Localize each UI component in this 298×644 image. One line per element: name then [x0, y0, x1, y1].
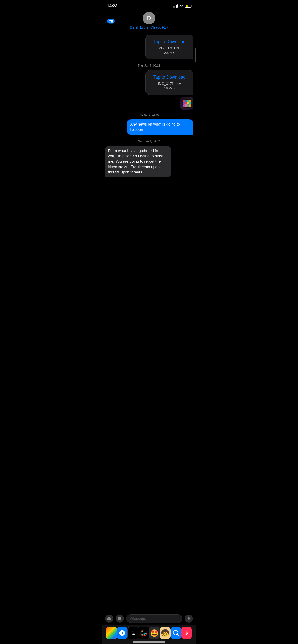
file-name: IMG_3170.PNG [151, 46, 188, 50]
photo-thumbnail-row [102, 97, 196, 110]
wifi-icon [180, 4, 184, 8]
message-text: Any news on what is going to happen [130, 122, 180, 132]
conversation-header: ‹ 78 D Derek Luther Chiado F1 › [102, 10, 196, 32]
photo-thumbnail[interactable] [181, 97, 193, 110]
message-row: Tap to Download IMG_3170.PNG 2.3 MB [102, 34, 196, 60]
back-chevron-icon: ‹ [105, 18, 106, 24]
file-size: 106MB [151, 86, 188, 91]
timestamp-divider: Thu, Jan 7, 00:13 [102, 60, 196, 70]
tap-to-download-label: Tap to Download [151, 39, 188, 45]
avatar-initial: D [147, 15, 151, 22]
messages-area: Tap to Download IMG_3170.PNG 2.3 MB Thu,… [102, 32, 196, 217]
message-row: Any news on what is going to happen [102, 119, 196, 135]
battery-icon [185, 4, 191, 8]
status-bar: 14:23 [102, 0, 196, 10]
signal-icon [173, 4, 178, 8]
chevron-right-icon: › [167, 26, 168, 29]
message-row: Tap to Download IMG_3173.mov 106MB [102, 70, 196, 95]
status-time: 14:23 [107, 4, 117, 8]
tap-to-download-label: Tap to Download [151, 74, 188, 80]
scroll-indicator [195, 48, 196, 62]
download-bubble[interactable]: Tap to Download IMG_3173.mov 106MB [145, 70, 193, 95]
incoming-bubble: From what I have gathered from you, I'm … [105, 146, 171, 178]
contact-name[interactable]: Derek Luther Chiado F1 › [130, 26, 168, 29]
timestamp-divider: Fri, Jan 8, 16:08 [102, 110, 196, 119]
outgoing-bubble: Any news on what is going to happen [127, 119, 194, 135]
back-button[interactable]: ‹ 78 [105, 18, 115, 24]
avatar[interactable]: D [143, 12, 155, 24]
download-bubble[interactable]: Tap to Download IMG_3170.PNG 2.3 MB [145, 35, 193, 59]
timestamp-divider: Sat, Jan 9, 06:02 [102, 136, 196, 146]
message-row: From what I have gathered from you, I'm … [102, 146, 196, 178]
status-icons [173, 4, 191, 8]
file-name: IMG_3173.mov [151, 82, 188, 86]
message-text: From what I have gathered from you, I'm … [108, 149, 163, 174]
back-badge: 78 [107, 19, 115, 24]
file-size: 2.3 MB [151, 50, 188, 55]
